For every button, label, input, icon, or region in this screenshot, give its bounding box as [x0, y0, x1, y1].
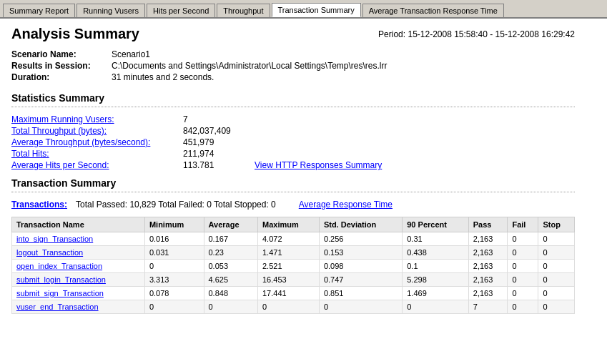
col-header-avg: Average	[204, 217, 257, 232]
col-header-stop: Stop	[538, 217, 575, 232]
avg-response-link[interactable]: Average Response Time	[299, 200, 393, 210]
cell-min-1: 0.031	[144, 246, 204, 260]
tab-transaction-summary[interactable]: Transaction Summary	[272, 3, 361, 17]
table-header-row: Transaction Name Minimum Average Maximum…	[12, 217, 575, 232]
cell-std-5: 0	[319, 300, 402, 314]
duration-label: Duration:	[11, 72, 112, 82]
page-title: Analysis Summary	[11, 26, 139, 42]
stat-label-4[interactable]: Average Hits per Second:	[11, 160, 183, 170]
stat-label-0[interactable]: Maximum Running Vusers:	[11, 114, 183, 124]
cell-avg-3: 4.625	[204, 273, 257, 287]
cell-stop-4: 0	[538, 287, 575, 300]
cell-pass-2: 2,163	[468, 260, 508, 273]
table-row: submit_login_Transaction 3.313 4.625 16.…	[12, 273, 575, 287]
transactions-info-row: Transactions: Total Passed: 10,829 Total…	[11, 200, 575, 210]
stat-row-1: Total Throughput (bytes): 842,037,409	[11, 126, 575, 136]
cell-min-5: 0	[144, 300, 204, 314]
main-scroll-area[interactable]: Analysis Summary Period: 15-12-2008 15:5…	[0, 19, 607, 364]
transaction-divider	[11, 192, 575, 192]
cell-max-4: 17.441	[257, 287, 319, 300]
cell-max-2: 2.521	[257, 260, 319, 273]
transactions-label[interactable]: Transactions:	[11, 200, 67, 210]
cell-max-3: 16.453	[257, 273, 319, 287]
col-header-name: Transaction Name	[12, 217, 145, 232]
cell-name-4[interactable]: submit_sign_Transaction	[12, 287, 145, 300]
cell-max-0: 4.072	[257, 232, 319, 246]
http-responses-link[interactable]: View HTTP Responses Summary	[255, 160, 382, 170]
cell-max-1: 1.471	[257, 246, 319, 260]
info-section: Scenario Name: Scenario1 Results in Sess…	[11, 49, 575, 82]
stat-label-2[interactable]: Average Throughput (bytes/second):	[11, 137, 183, 147]
cell-stop-1: 0	[538, 246, 575, 260]
stat-row-0: Maximum Running Vusers: 7	[11, 114, 575, 124]
transactions-table: Transaction Name Minimum Average Maximum…	[11, 217, 575, 314]
tab-throughput[interactable]: Throughput	[217, 4, 270, 17]
cell-pct90-4: 1.469	[403, 287, 469, 300]
cell-min-2: 0	[144, 260, 204, 273]
cell-name-0[interactable]: into_sign_Transaction	[12, 232, 145, 246]
results-value: C:\Documents and Settings\Administrator\…	[112, 61, 388, 71]
col-header-pct90: 90 Percent	[403, 217, 469, 232]
tab-hits-per-second[interactable]: Hits per Second	[147, 4, 215, 17]
tabs-bar: Summary Report Running Vusers Hits per S…	[0, 0, 607, 19]
cell-max-5: 0	[257, 300, 319, 314]
stat-value-3: 211,974	[183, 149, 255, 159]
cell-std-3: 0.747	[319, 273, 402, 287]
cell-pct90-3: 5.298	[403, 273, 469, 287]
cell-pct90-1: 0.438	[403, 246, 469, 260]
cell-fail-4: 0	[508, 287, 538, 300]
scenario-value: Scenario1	[112, 49, 150, 59]
tab-avg-transaction-response-time[interactable]: Average Transaction Response Time	[362, 4, 504, 17]
cell-avg-2: 0.053	[204, 260, 257, 273]
stat-row-2: Average Throughput (bytes/second): 451,9…	[11, 137, 575, 147]
table-row: vuser_end_Transaction 0 0 0 0 0 7 0 0	[12, 300, 575, 314]
cell-pct90-0: 0.31	[403, 232, 469, 246]
duration-value: 31 minutes and 2 seconds.	[112, 72, 214, 82]
table-row: logout_Transaction 0.031 0.23 1.471 0.15…	[12, 246, 575, 260]
period-label: Period:	[378, 29, 405, 39]
table-row: into_sign_Transaction 0.016 0.167 4.072 …	[12, 232, 575, 246]
cell-name-1[interactable]: logout_Transaction	[12, 246, 145, 260]
period-info: Period: 15-12-2008 15:58:40 - 15-12-2008…	[378, 29, 575, 39]
cell-fail-1: 0	[508, 246, 538, 260]
results-label: Results in Session:	[11, 61, 112, 71]
cell-stop-5: 0	[538, 300, 575, 314]
cell-min-4: 0.078	[144, 287, 204, 300]
cell-pass-3: 2,163	[468, 273, 508, 287]
cell-pct90-2: 0.1	[403, 260, 469, 273]
cell-pass-4: 2,163	[468, 287, 508, 300]
col-header-pass: Pass	[468, 217, 508, 232]
cell-std-2: 0.098	[319, 260, 402, 273]
cell-fail-3: 0	[508, 273, 538, 287]
period-value: 15-12-2008 15:58:40 - 15-12-2008 16:29:4…	[408, 29, 575, 39]
stat-row-3: Total Hits: 211,974	[11, 149, 575, 159]
cell-avg-5: 0	[204, 300, 257, 314]
stat-label-1[interactable]: Total Throughput (bytes):	[11, 126, 183, 136]
col-header-max: Maximum	[257, 217, 319, 232]
cell-avg-1: 0.23	[204, 246, 257, 260]
col-header-min: Minimum	[144, 217, 204, 232]
cell-pass-0: 2,163	[468, 232, 508, 246]
cell-std-1: 0.153	[319, 246, 402, 260]
cell-std-0: 0.256	[319, 232, 402, 246]
transaction-summary-title: Transaction Summary	[11, 177, 575, 189]
stat-label-3[interactable]: Total Hits:	[11, 149, 183, 159]
cell-name-3[interactable]: submit_login_Transaction	[12, 273, 145, 287]
table-row: submit_sign_Transaction 0.078 0.848 17.4…	[12, 287, 575, 300]
scenario-label: Scenario Name:	[11, 49, 112, 59]
stat-value-4: 113.781	[183, 160, 255, 170]
cell-name-5[interactable]: vuser_end_Transaction	[12, 300, 145, 314]
cell-avg-0: 0.167	[204, 232, 257, 246]
tab-summary-report[interactable]: Summary Report	[3, 4, 75, 17]
stat-value-2: 451,979	[183, 137, 255, 147]
cell-stop-2: 0	[538, 260, 575, 273]
cell-pct90-5: 0	[403, 300, 469, 314]
tab-running-vusers[interactable]: Running Vusers	[77, 4, 145, 17]
transactions-text: Total Passed: 10,829 Total Failed: 0 Tot…	[76, 200, 276, 210]
stat-row-4: Average Hits per Second: 113.781 View HT…	[11, 160, 575, 170]
cell-name-2[interactable]: open_index_Transaction	[12, 260, 145, 273]
cell-std-4: 0.851	[319, 287, 402, 300]
cell-min-3: 3.313	[144, 273, 204, 287]
col-header-std: Std. Deviation	[319, 217, 402, 232]
statistics-title: Statistics Summary	[11, 92, 575, 104]
